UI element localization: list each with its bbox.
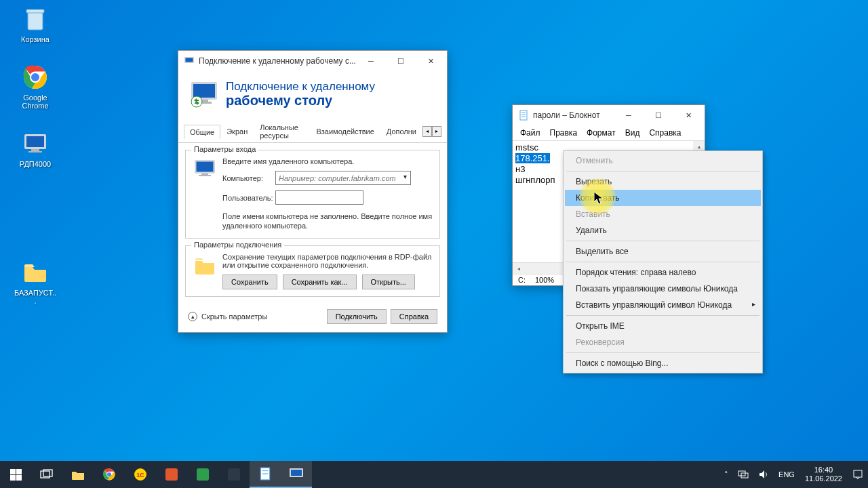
ctx-paste[interactable]: Вставить — [565, 206, 761, 222]
desktop-icon-recycle-bin[interactable]: Корзина — [14, 5, 57, 43]
status-cursor: С: — [518, 276, 526, 284]
tab-scroll-arrows: ◂ ▸ — [422, 126, 441, 137]
ctx-reconversion[interactable]: Реконверсия — [565, 334, 761, 350]
close-button[interactable]: ✕ — [673, 106, 703, 125]
open-button[interactable]: Открыть... — [362, 274, 415, 289]
login-prompt: Введите имя удаленного компьютера. — [222, 157, 433, 165]
ctx-select-all[interactable]: Выделить все — [565, 243, 761, 260]
svg-rect-7 — [31, 149, 39, 151]
folder-icon — [22, 259, 49, 286]
tray-chevron-up-icon[interactable]: ˄ — [719, 461, 733, 488]
ctx-insert-unicode[interactable]: Вставить управляющий символ Юникода — [565, 297, 761, 313]
connection-text: Сохранение текущих параметров подключени… — [222, 253, 433, 269]
tray-language[interactable]: ENG — [774, 461, 800, 488]
tray-network-icon[interactable] — [733, 461, 753, 488]
ctx-undo[interactable]: Отменить — [565, 152, 761, 169]
recycle-bin-icon — [22, 5, 49, 33]
scroll-left-icon[interactable]: ◂ — [513, 263, 524, 274]
desktop-icon-rdp4000[interactable]: РДП4000 — [14, 130, 57, 168]
context-menu: Отменить Вырезать Копировать Вставить Уд… — [563, 150, 763, 373]
taskbar-rdp[interactable] — [281, 461, 312, 488]
svg-rect-26 — [10, 475, 16, 481]
tab-scroll-left[interactable]: ◂ — [422, 126, 432, 137]
tab-advanced[interactable]: Дополни — [380, 124, 422, 138]
svg-rect-6 — [26, 136, 44, 147]
desktop-icon-chrome[interactable]: Google Chrome — [14, 64, 57, 110]
status-zoom: 100% — [535, 276, 554, 284]
computer-label: Компьютер: — [222, 174, 275, 182]
save-as-button[interactable]: Сохранить как... — [283, 274, 357, 289]
svg-rect-24 — [10, 469, 16, 474]
tray-clock[interactable]: 16:40 11.06.2022 — [800, 461, 848, 488]
tab-experience[interactable]: Взаимодействие — [310, 124, 380, 138]
notepad-titlebar[interactable]: пароли – Блокнот ─ ☐ ✕ — [513, 105, 705, 125]
desktop-icon-label: БАЗАПУСТ... — [14, 289, 57, 305]
tab-general[interactable]: Общие — [184, 125, 220, 139]
computer-input[interactable] — [275, 171, 411, 185]
svg-rect-8 — [28, 151, 42, 152]
svg-text:1C: 1C — [136, 472, 144, 479]
menu-file[interactable]: Файл — [515, 127, 545, 139]
connect-button[interactable]: Подключить — [327, 309, 387, 324]
computer-icon — [193, 157, 217, 182]
taskbar-app-green[interactable] — [187, 461, 218, 488]
tray-action-center-icon[interactable] — [848, 461, 868, 488]
svg-rect-17 — [197, 162, 214, 172]
ctx-bing-search[interactable]: Поиск с помощью Bing... — [565, 355, 761, 371]
svg-rect-34 — [165, 468, 178, 481]
taskbar-notepad[interactable] — [250, 461, 281, 488]
svg-rect-35 — [197, 468, 209, 481]
taskbar-explorer[interactable] — [62, 461, 94, 488]
rdp-header-icon — [189, 79, 219, 109]
menu-help[interactable]: Справка — [644, 127, 686, 139]
notepad-title-text: пароли – Блокнот — [533, 110, 614, 120]
login-groupbox: Параметры входа Введите имя удаленного к… — [185, 150, 440, 239]
maximize-button[interactable]: ☐ — [644, 106, 673, 125]
svg-rect-36 — [228, 468, 240, 481]
svg-rect-12 — [193, 84, 215, 98]
menu-edit[interactable]: Правка — [545, 127, 583, 139]
hide-params-button[interactable]: ▴ Скрыть параметры — [188, 312, 267, 321]
svg-rect-25 — [16, 469, 22, 474]
user-input[interactable] — [275, 190, 363, 205]
connection-groupbox: Параметры подключения Сохранение текущих… — [185, 245, 440, 297]
taskbar-1c[interactable]: 1C — [125, 461, 156, 488]
login-hint: Поле имени компьютера не заполнено. Введ… — [222, 211, 433, 231]
taskbar-app-orange[interactable] — [156, 461, 187, 488]
svg-rect-0 — [28, 12, 43, 30]
help-button[interactable]: Справка — [391, 309, 437, 324]
tab-display[interactable]: Экран — [220, 124, 254, 138]
close-button[interactable]: ✕ — [416, 52, 446, 70]
menu-view[interactable]: Вид — [620, 127, 645, 139]
taskbar: 1C ˄ ENG 16:40 11.06.2022 — [0, 461, 868, 488]
tab-scroll-right[interactable]: ▸ — [432, 126, 441, 137]
taskbar-app-dark[interactable] — [218, 461, 250, 488]
desktop-icon-label: Корзина — [14, 35, 57, 43]
clock-date: 11.06.2022 — [805, 474, 842, 483]
rdp-header-line1: Подключение к удаленному — [226, 80, 375, 93]
ctx-separator — [566, 171, 760, 171]
ctx-delete[interactable]: Удалить — [565, 222, 761, 239]
desktop-icon-folder[interactable]: БАЗАПУСТ... — [14, 259, 57, 305]
ctx-separator — [566, 315, 760, 316]
taskbar-chrome[interactable] — [94, 461, 125, 488]
clock-time: 16:40 — [814, 466, 833, 474]
minimize-button[interactable]: ─ — [356, 52, 386, 70]
svg-rect-18 — [201, 174, 208, 175]
tab-local-resources[interactable]: Локальные ресурсы — [254, 120, 310, 142]
tray-volume-icon[interactable] — [753, 461, 774, 488]
rdp-titlebar[interactable]: Подключение к удаленному рабочему с... ─… — [178, 51, 447, 71]
ctx-rtl[interactable]: Порядок чтения: справа налево — [565, 264, 761, 281]
ctx-show-unicode[interactable]: Показать управляющие символы Юникода — [565, 281, 761, 297]
ctx-open-ime[interactable]: Открыть IME — [565, 318, 761, 334]
ctx-copy[interactable]: Копировать — [565, 190, 761, 206]
maximize-button[interactable]: ☐ — [386, 52, 416, 70]
login-legend: Параметры входа — [191, 145, 258, 153]
menu-format[interactable]: Формат — [582, 127, 620, 139]
save-button[interactable]: Сохранить — [222, 274, 277, 289]
ctx-cut[interactable]: Вырезать — [565, 174, 761, 190]
minimize-button[interactable]: ─ — [614, 106, 644, 125]
start-button[interactable] — [0, 461, 31, 488]
taskview-button[interactable] — [31, 461, 62, 488]
svg-rect-20 — [520, 110, 527, 120]
